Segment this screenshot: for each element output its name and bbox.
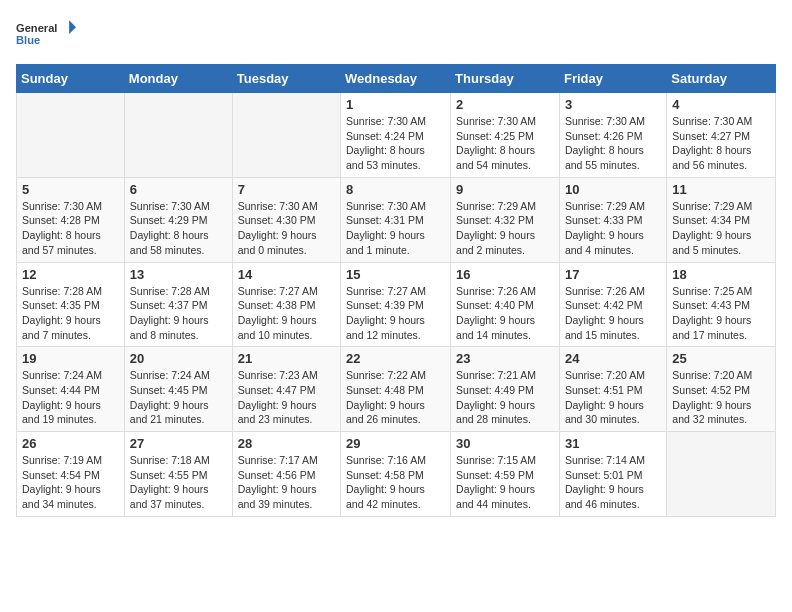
day-number: 26 xyxy=(22,436,119,451)
logo: General Blue xyxy=(16,16,76,52)
calendar-cell: 13Sunrise: 7:28 AM Sunset: 4:37 PM Dayli… xyxy=(124,262,232,347)
day-info: Sunrise: 7:18 AM Sunset: 4:55 PM Dayligh… xyxy=(130,453,227,512)
day-number: 19 xyxy=(22,351,119,366)
calendar-cell: 24Sunrise: 7:20 AM Sunset: 4:51 PM Dayli… xyxy=(559,347,666,432)
svg-text:General: General xyxy=(16,22,57,34)
calendar-cell: 16Sunrise: 7:26 AM Sunset: 4:40 PM Dayli… xyxy=(451,262,560,347)
calendar-header-row: SundayMondayTuesdayWednesdayThursdayFrid… xyxy=(17,65,776,93)
day-info: Sunrise: 7:22 AM Sunset: 4:48 PM Dayligh… xyxy=(346,368,445,427)
calendar-week-row: 5Sunrise: 7:30 AM Sunset: 4:28 PM Daylig… xyxy=(17,177,776,262)
day-number: 15 xyxy=(346,267,445,282)
day-info: Sunrise: 7:14 AM Sunset: 5:01 PM Dayligh… xyxy=(565,453,661,512)
calendar-week-row: 26Sunrise: 7:19 AM Sunset: 4:54 PM Dayli… xyxy=(17,432,776,517)
calendar-cell: 18Sunrise: 7:25 AM Sunset: 4:43 PM Dayli… xyxy=(667,262,776,347)
day-info: Sunrise: 7:25 AM Sunset: 4:43 PM Dayligh… xyxy=(672,284,770,343)
calendar-cell: 31Sunrise: 7:14 AM Sunset: 5:01 PM Dayli… xyxy=(559,432,666,517)
calendar-cell: 4Sunrise: 7:30 AM Sunset: 4:27 PM Daylig… xyxy=(667,93,776,178)
calendar-cell: 6Sunrise: 7:30 AM Sunset: 4:29 PM Daylig… xyxy=(124,177,232,262)
calendar-body: 1Sunrise: 7:30 AM Sunset: 4:24 PM Daylig… xyxy=(17,93,776,517)
calendar-cell: 26Sunrise: 7:19 AM Sunset: 4:54 PM Dayli… xyxy=(17,432,125,517)
calendar-cell: 28Sunrise: 7:17 AM Sunset: 4:56 PM Dayli… xyxy=(232,432,340,517)
day-info: Sunrise: 7:30 AM Sunset: 4:28 PM Dayligh… xyxy=(22,199,119,258)
calendar-cell: 9Sunrise: 7:29 AM Sunset: 4:32 PM Daylig… xyxy=(451,177,560,262)
calendar-cell: 17Sunrise: 7:26 AM Sunset: 4:42 PM Dayli… xyxy=(559,262,666,347)
calendar-cell xyxy=(17,93,125,178)
calendar-cell xyxy=(124,93,232,178)
calendar-cell: 12Sunrise: 7:28 AM Sunset: 4:35 PM Dayli… xyxy=(17,262,125,347)
day-info: Sunrise: 7:28 AM Sunset: 4:35 PM Dayligh… xyxy=(22,284,119,343)
generalblue-logo-icon: General Blue xyxy=(16,16,76,52)
calendar-cell: 15Sunrise: 7:27 AM Sunset: 4:39 PM Dayli… xyxy=(341,262,451,347)
day-number: 10 xyxy=(565,182,661,197)
day-number: 6 xyxy=(130,182,227,197)
day-info: Sunrise: 7:21 AM Sunset: 4:49 PM Dayligh… xyxy=(456,368,554,427)
calendar-cell: 14Sunrise: 7:27 AM Sunset: 4:38 PM Dayli… xyxy=(232,262,340,347)
calendar-cell: 27Sunrise: 7:18 AM Sunset: 4:55 PM Dayli… xyxy=(124,432,232,517)
day-number: 14 xyxy=(238,267,335,282)
day-of-week-header: Friday xyxy=(559,65,666,93)
day-info: Sunrise: 7:26 AM Sunset: 4:42 PM Dayligh… xyxy=(565,284,661,343)
day-info: Sunrise: 7:30 AM Sunset: 4:27 PM Dayligh… xyxy=(672,114,770,173)
day-of-week-header: Sunday xyxy=(17,65,125,93)
day-number: 25 xyxy=(672,351,770,366)
calendar-cell: 8Sunrise: 7:30 AM Sunset: 4:31 PM Daylig… xyxy=(341,177,451,262)
day-number: 30 xyxy=(456,436,554,451)
day-info: Sunrise: 7:16 AM Sunset: 4:58 PM Dayligh… xyxy=(346,453,445,512)
calendar-cell: 19Sunrise: 7:24 AM Sunset: 4:44 PM Dayli… xyxy=(17,347,125,432)
day-info: Sunrise: 7:20 AM Sunset: 4:51 PM Dayligh… xyxy=(565,368,661,427)
calendar-cell: 25Sunrise: 7:20 AM Sunset: 4:52 PM Dayli… xyxy=(667,347,776,432)
day-number: 29 xyxy=(346,436,445,451)
header: General Blue xyxy=(16,16,776,52)
calendar-cell: 2Sunrise: 7:30 AM Sunset: 4:25 PM Daylig… xyxy=(451,93,560,178)
day-info: Sunrise: 7:30 AM Sunset: 4:26 PM Dayligh… xyxy=(565,114,661,173)
day-number: 11 xyxy=(672,182,770,197)
day-number: 23 xyxy=(456,351,554,366)
day-number: 24 xyxy=(565,351,661,366)
day-info: Sunrise: 7:24 AM Sunset: 4:44 PM Dayligh… xyxy=(22,368,119,427)
calendar-table: SundayMondayTuesdayWednesdayThursdayFrid… xyxy=(16,64,776,517)
day-number: 12 xyxy=(22,267,119,282)
day-number: 18 xyxy=(672,267,770,282)
day-info: Sunrise: 7:15 AM Sunset: 4:59 PM Dayligh… xyxy=(456,453,554,512)
day-info: Sunrise: 7:29 AM Sunset: 4:32 PM Dayligh… xyxy=(456,199,554,258)
day-number: 22 xyxy=(346,351,445,366)
calendar-week-row: 1Sunrise: 7:30 AM Sunset: 4:24 PM Daylig… xyxy=(17,93,776,178)
day-number: 5 xyxy=(22,182,119,197)
day-info: Sunrise: 7:17 AM Sunset: 4:56 PM Dayligh… xyxy=(238,453,335,512)
day-of-week-header: Saturday xyxy=(667,65,776,93)
day-of-week-header: Tuesday xyxy=(232,65,340,93)
day-number: 8 xyxy=(346,182,445,197)
calendar-cell xyxy=(667,432,776,517)
day-info: Sunrise: 7:29 AM Sunset: 4:34 PM Dayligh… xyxy=(672,199,770,258)
day-number: 7 xyxy=(238,182,335,197)
day-number: 20 xyxy=(130,351,227,366)
day-number: 31 xyxy=(565,436,661,451)
calendar-week-row: 19Sunrise: 7:24 AM Sunset: 4:44 PM Dayli… xyxy=(17,347,776,432)
svg-text:Blue: Blue xyxy=(16,34,40,46)
day-number: 9 xyxy=(456,182,554,197)
day-number: 3 xyxy=(565,97,661,112)
calendar-cell: 23Sunrise: 7:21 AM Sunset: 4:49 PM Dayli… xyxy=(451,347,560,432)
day-info: Sunrise: 7:27 AM Sunset: 4:39 PM Dayligh… xyxy=(346,284,445,343)
calendar-cell: 20Sunrise: 7:24 AM Sunset: 4:45 PM Dayli… xyxy=(124,347,232,432)
day-info: Sunrise: 7:30 AM Sunset: 4:29 PM Dayligh… xyxy=(130,199,227,258)
day-info: Sunrise: 7:23 AM Sunset: 4:47 PM Dayligh… xyxy=(238,368,335,427)
day-number: 27 xyxy=(130,436,227,451)
day-of-week-header: Wednesday xyxy=(341,65,451,93)
calendar-cell: 11Sunrise: 7:29 AM Sunset: 4:34 PM Dayli… xyxy=(667,177,776,262)
day-number: 13 xyxy=(130,267,227,282)
day-info: Sunrise: 7:30 AM Sunset: 4:31 PM Dayligh… xyxy=(346,199,445,258)
day-of-week-header: Thursday xyxy=(451,65,560,93)
calendar-cell: 21Sunrise: 7:23 AM Sunset: 4:47 PM Dayli… xyxy=(232,347,340,432)
calendar-cell: 3Sunrise: 7:30 AM Sunset: 4:26 PM Daylig… xyxy=(559,93,666,178)
day-info: Sunrise: 7:30 AM Sunset: 4:25 PM Dayligh… xyxy=(456,114,554,173)
day-number: 21 xyxy=(238,351,335,366)
calendar-week-row: 12Sunrise: 7:28 AM Sunset: 4:35 PM Dayli… xyxy=(17,262,776,347)
calendar-cell: 5Sunrise: 7:30 AM Sunset: 4:28 PM Daylig… xyxy=(17,177,125,262)
day-number: 2 xyxy=(456,97,554,112)
day-number: 28 xyxy=(238,436,335,451)
day-number: 4 xyxy=(672,97,770,112)
day-number: 16 xyxy=(456,267,554,282)
day-info: Sunrise: 7:29 AM Sunset: 4:33 PM Dayligh… xyxy=(565,199,661,258)
day-number: 1 xyxy=(346,97,445,112)
